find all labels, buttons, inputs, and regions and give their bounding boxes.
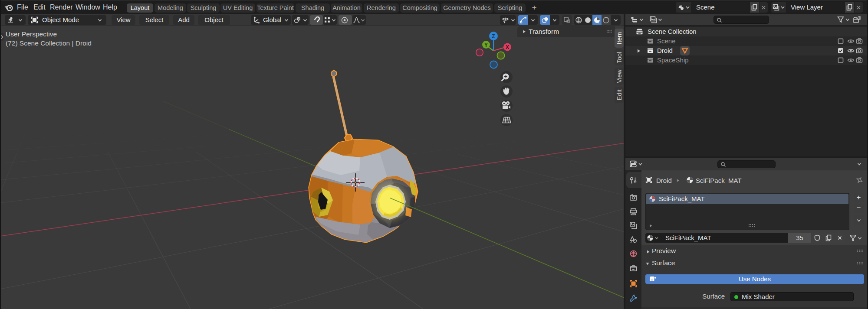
svg-text:X: X xyxy=(506,44,509,50)
svg-text:Y: Y xyxy=(484,42,488,48)
svg-text:Z: Z xyxy=(492,33,495,39)
